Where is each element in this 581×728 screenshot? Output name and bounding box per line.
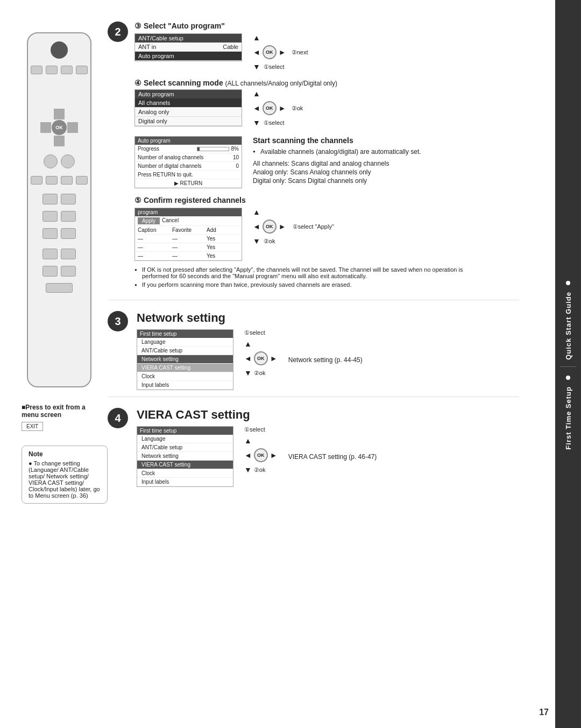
menu-input-labels: Input labels bbox=[137, 381, 233, 390]
analog-only-row: Analog only bbox=[135, 108, 242, 117]
all-channels-desc: All channels: Scans digital and analog c… bbox=[253, 160, 421, 167]
remote-btn-rect-4 bbox=[61, 211, 76, 222]
confirm-data-row-2: — — Yes bbox=[135, 243, 242, 252]
dpad-right bbox=[67, 122, 78, 133]
digital-only-row: Digital only bbox=[135, 117, 242, 126]
remote-btn-5 bbox=[31, 176, 42, 185]
nav1select-label: ①select bbox=[264, 63, 285, 70]
remote-btn-1 bbox=[31, 66, 42, 74]
step4-menu-header: First time setup bbox=[137, 427, 233, 435]
confirm-screen: program Apply Cancel Caption Favorite Ad… bbox=[134, 208, 242, 261]
page-number: 17 bbox=[539, 708, 549, 717]
footnote2: If you perform scanning more than twice,… bbox=[134, 281, 490, 288]
nav-diagram-2: ▲ ◄ OK ► ②ok ▼ ①select bbox=[253, 89, 303, 127]
step4-menu-language: Language bbox=[137, 435, 233, 443]
nav-diagram-3: ▲ ◄ OK ► ①select "Apply" ▼ ②ok bbox=[253, 208, 334, 245]
step3-select-label: ①select bbox=[244, 329, 278, 336]
ok-button-diagram-4: OK bbox=[254, 351, 268, 365]
ant-in-label: ANT in bbox=[138, 44, 156, 50]
nav1select2-label: ①select bbox=[264, 119, 285, 126]
cancel-btn-label: Cancel bbox=[162, 217, 179, 224]
progress-val: 8% bbox=[231, 146, 239, 152]
scan-screen-header: Auto program bbox=[135, 137, 242, 145]
remote-btn-2 bbox=[46, 66, 58, 74]
substep4-label: ④ Select scanning mode bbox=[134, 79, 223, 87]
nav-down-select: ▼ ①select bbox=[253, 62, 308, 71]
dpad-down bbox=[54, 136, 65, 146]
remote-btn-rect-3 bbox=[42, 211, 58, 222]
step-4-circle: 4 bbox=[108, 408, 128, 428]
cable-label: Cable bbox=[223, 44, 238, 50]
step4-menu-ant-cable: ANT/Cable setup bbox=[137, 443, 233, 452]
analog-channels-row: Number of analog channels 10 bbox=[135, 153, 242, 162]
divider-1 bbox=[108, 300, 519, 300]
digital-only-desc: Digital only: Scans Digital channels onl… bbox=[253, 177, 421, 185]
start-scanning-block: Auto program Progress 8% Number of bbox=[134, 136, 519, 188]
substep4-block: ④ Select scanning mode (ALL channels/Ana… bbox=[134, 79, 519, 129]
substep5-block: ⑤ Confirm registered channels program Ap… bbox=[134, 196, 519, 261]
step4-content: VIERA CAST setting First time setup Lang… bbox=[137, 408, 519, 487]
substep3-header: ③ Select "Auto program" bbox=[134, 22, 519, 30]
note-text: ● To change setting (Language/ ANT/Cable… bbox=[29, 460, 101, 499]
step4-select-label: ①select bbox=[244, 426, 278, 433]
step4-row: 4 VIERA CAST setting First time setup La… bbox=[108, 408, 519, 487]
col-favorite: Favorite bbox=[172, 227, 204, 233]
remote-dpad: OK bbox=[40, 109, 78, 146]
channel-type-descriptions: All channels: Scans digital and analog c… bbox=[253, 160, 421, 185]
substep5-header: ⑤ Confirm registered channels bbox=[134, 196, 519, 204]
confirm-col-headers: Caption Favorite Add bbox=[135, 226, 242, 235]
dpad-ok: OK bbox=[52, 120, 67, 135]
confirm-data-row-3: — — Yes bbox=[135, 252, 242, 260]
ok2-label: ②ok bbox=[264, 238, 275, 245]
quick-start-guide-label: Quick Start Guide bbox=[564, 292, 572, 360]
step3-content: Network setting First time setup Languag… bbox=[137, 311, 519, 390]
step4-menu-network: Network setting bbox=[137, 452, 233, 461]
nav-ok-row: ◄ OK ► ②next bbox=[253, 45, 308, 59]
confirm-screen-header: program bbox=[135, 208, 242, 216]
remote-circle-btn-1 bbox=[44, 154, 58, 168]
remote-btn-6 bbox=[46, 176, 58, 185]
start-scanning-title: Start scanning the channels bbox=[253, 136, 421, 145]
digital-channels-val: 0 bbox=[236, 163, 239, 169]
ant-cable-row1: ANT in Cable bbox=[135, 43, 242, 52]
dpad-left bbox=[40, 122, 51, 133]
footnotes: If OK is not pressed after selecting "Ap… bbox=[134, 266, 490, 288]
step4-menu-viera-cast: VIERA CAST setting bbox=[137, 461, 233, 469]
step4-title: VIERA CAST setting bbox=[137, 408, 519, 422]
confirm-btn-row: Apply Cancel bbox=[135, 216, 242, 226]
menu-clock: Clock bbox=[137, 372, 233, 381]
available-channels-bullet: Available channels (analog/digital) are … bbox=[253, 148, 421, 156]
ok-button-diagram-5: OK bbox=[254, 448, 268, 462]
all-channels-row: All channels bbox=[135, 98, 242, 108]
remote-wide-btn bbox=[46, 283, 73, 293]
substep3-layout: ANT/Cable setup ANT in Cable Auto progra… bbox=[134, 33, 519, 71]
remote-btn-7 bbox=[61, 176, 73, 185]
remote-power-button bbox=[51, 41, 68, 59]
ok-button-diagram-2: OK bbox=[263, 101, 277, 115]
remote-btn-3 bbox=[61, 66, 73, 74]
remote-btn-rect-10 bbox=[61, 266, 76, 277]
remote-btn-rect-9 bbox=[42, 266, 58, 277]
right-sidebar: Quick Start Guide First Time Setup bbox=[555, 0, 581, 728]
substep4-layout: Auto program All channels Analog only Di… bbox=[134, 89, 519, 129]
substep4-header: ④ Select scanning mode (ALL channels/Ana… bbox=[134, 79, 519, 87]
divider-2 bbox=[108, 397, 519, 397]
remote-body: OK bbox=[27, 32, 91, 387]
step3-menu-header: First time setup bbox=[137, 330, 233, 338]
apply-btn: Apply bbox=[138, 217, 160, 224]
scan-progress-row: Progress 8% bbox=[135, 145, 242, 153]
step4-menu-screen: First time setup Language ANT/Cable setu… bbox=[137, 426, 233, 487]
press-to-exit-box: ■Press to exit from a menu screen EXIT bbox=[22, 404, 97, 432]
sidebar-divider bbox=[560, 366, 576, 367]
nav-up-arrow: ▲ bbox=[253, 33, 308, 42]
return-btn-label: ▶ RETURN bbox=[174, 180, 202, 186]
remote-btn-rect-2 bbox=[61, 194, 76, 204]
step-3-circle: 3 bbox=[108, 311, 128, 331]
press-to-exit-label: ■Press to exit from a menu screen bbox=[22, 404, 97, 419]
step3-ref: Network setting (p. 44-45) bbox=[288, 356, 363, 364]
menu-language: Language bbox=[137, 338, 233, 347]
nav-labels-1: ②next bbox=[292, 49, 308, 56]
press-return-row: Press RETURN to quit. bbox=[135, 171, 242, 179]
remote-btn-rect-6 bbox=[61, 228, 76, 239]
step4-ref: VIERA CAST setting (p. 46-47) bbox=[288, 453, 377, 461]
